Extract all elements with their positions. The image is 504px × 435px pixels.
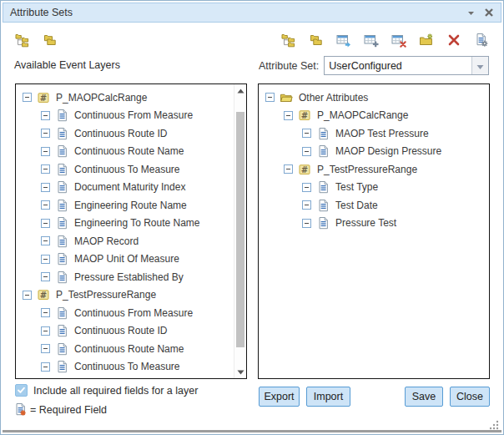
tree-item-label[interactable]: Continuous To Measure <box>72 163 183 176</box>
expand-collapse-box[interactable] <box>41 111 50 120</box>
expand-collapse-box[interactable] <box>41 255 50 264</box>
required-field-icon <box>13 402 28 417</box>
add-field-button[interactable] <box>363 32 380 48</box>
expand-collapse-box[interactable] <box>302 219 311 228</box>
tree-item-label[interactable]: Continuous Route ID <box>72 127 169 140</box>
scrollbar-down-icon[interactable] <box>234 366 246 378</box>
resize-grip-icon[interactable] <box>489 418 499 428</box>
expand-collapse-box[interactable] <box>41 183 50 192</box>
field-icon <box>55 252 68 266</box>
tree-item: #P_MAOPCalcRange <box>259 107 489 125</box>
expand-collapse-box[interactable] <box>265 93 275 102</box>
remove-field-button[interactable] <box>391 32 407 48</box>
expand-collapse-box[interactable] <box>302 200 311 210</box>
field-icon <box>55 360 68 373</box>
expand-collapse-box[interactable] <box>41 308 50 317</box>
dialog-titlebar[interactable]: Attribute Sets <box>3 3 501 23</box>
scrollbar-up-icon[interactable] <box>234 84 246 97</box>
tree-item-label[interactable]: Continuous To Measure <box>72 360 183 373</box>
field-icon <box>55 127 68 140</box>
tree-item: Continuous Route Name <box>16 340 233 358</box>
event-layer-icon: # <box>298 163 311 176</box>
field-icon <box>55 216 68 230</box>
tree-item: MAOP Unit Of Measure <box>16 250 233 269</box>
add-field-icon <box>364 33 379 48</box>
delete-attribute-set-button[interactable] <box>446 32 462 48</box>
field-icon <box>55 180 68 194</box>
add-layer-to-set-button[interactable] <box>335 32 352 48</box>
chevron-down-icon[interactable] <box>466 8 476 18</box>
tree-item-label[interactable]: Pressure Test <box>333 216 399 230</box>
tree-item-label[interactable]: Document Maturity Index <box>72 180 188 194</box>
left-tree-scrollbar[interactable] <box>234 84 246 378</box>
tree-item-label[interactable]: Engineering Route Name <box>72 199 189 212</box>
close-icon[interactable] <box>484 8 494 18</box>
tree-item-label[interactable]: MAOP Design Pressure <box>333 144 444 158</box>
expand-collapse-box[interactable] <box>284 111 293 120</box>
expand-collapse-box[interactable] <box>41 272 50 281</box>
attribute-set-combobox[interactable]: UserConfigured <box>324 56 489 75</box>
tree-item-label[interactable]: Continuous Route Name <box>72 342 186 356</box>
new-attribute-set-icon <box>419 33 434 48</box>
tree-item-label[interactable]: Continuous Route Name <box>72 144 186 158</box>
tree-item: Other Attributes <box>259 89 489 107</box>
expand-collapse-box[interactable] <box>302 183 311 192</box>
import-button[interactable]: Import <box>306 387 350 407</box>
tree-item-label[interactable]: Continuous From Measure <box>72 306 195 320</box>
event-layer-icon: # <box>298 109 311 122</box>
tree-item-label[interactable]: P_MAOPCalcRange <box>315 109 411 122</box>
expand-all-icon <box>281 33 296 48</box>
tree-item-label[interactable]: Test Type <box>333 180 381 194</box>
event-layer-icon: # <box>37 288 50 301</box>
tree-item-label[interactable]: Continuous From Measure <box>72 109 195 122</box>
tree-item-label[interactable]: Pressure Established By <box>72 271 186 284</box>
window-bottom-edge <box>3 430 501 432</box>
export-button[interactable]: Export <box>259 387 300 407</box>
add-layer-to-set-icon <box>336 33 351 48</box>
chevron-down-icon <box>476 58 484 73</box>
tree-item-label[interactable]: Continuous Route ID <box>72 324 169 337</box>
expand-collapse-box[interactable] <box>23 291 32 300</box>
field-icon <box>55 163 68 176</box>
tree-item-label[interactable]: P_TestPressureRange <box>315 163 420 176</box>
tree-item: Continuous From Measure <box>16 107 233 125</box>
expand-collapse-box[interactable] <box>41 326 50 336</box>
close-button[interactable]: Close <box>450 387 490 407</box>
field-icon <box>55 109 68 122</box>
combo-dropdown-button[interactable] <box>471 57 488 74</box>
tree-item-label[interactable]: Engineering To Route Name <box>72 216 203 230</box>
tree-item-label[interactable]: Test Date <box>333 199 381 212</box>
expand-collapse-box[interactable] <box>284 164 293 174</box>
expand-collapse-box[interactable] <box>41 344 50 353</box>
expand-collapse-box[interactable] <box>23 93 32 102</box>
tree-item: #P_MAOPCalcRange <box>16 89 233 107</box>
tree-item: Test Type <box>259 179 489 197</box>
expand-collapse-box[interactable] <box>41 129 50 138</box>
new-attribute-set-button[interactable] <box>418 32 435 48</box>
save-button[interactable]: Save <box>405 387 443 407</box>
collapse-all-button[interactable] <box>42 32 58 48</box>
expand-collapse-box[interactable] <box>41 200 50 210</box>
tree-item-label[interactable]: P_TestPressureRange <box>53 288 159 301</box>
expand-collapse-box[interactable] <box>41 362 50 372</box>
collapse-all-button[interactable] <box>308 32 325 48</box>
tree-item-label[interactable]: MAOP Record <box>72 235 141 248</box>
tree-item-label[interactable]: MAOP Unit Of Measure <box>72 252 182 266</box>
include-required-fields-checkbox[interactable] <box>15 384 28 397</box>
expand-collapse-box[interactable] <box>302 147 311 156</box>
expand-collapse-box[interactable] <box>41 236 50 245</box>
expand-all-button[interactable] <box>280 32 297 48</box>
expand-collapse-box[interactable] <box>41 164 50 174</box>
expand-collapse-box[interactable] <box>41 219 50 228</box>
expand-collapse-box[interactable] <box>41 147 50 156</box>
expand-all-button[interactable] <box>14 32 31 48</box>
field-icon <box>55 199 68 212</box>
tree-item-label[interactable]: Other Attributes <box>296 91 370 104</box>
tree-item-label[interactable]: P_MAOPCalcRange <box>53 91 149 104</box>
tree-item-label[interactable]: MAOP Test Pressure <box>333 127 431 140</box>
folder-icon <box>280 91 293 104</box>
attribute-set-properties-button[interactable] <box>473 32 490 48</box>
expand-collapse-box[interactable] <box>302 129 311 138</box>
scrollbar-thumb[interactable] <box>236 112 244 347</box>
expand-all-icon <box>15 33 30 48</box>
